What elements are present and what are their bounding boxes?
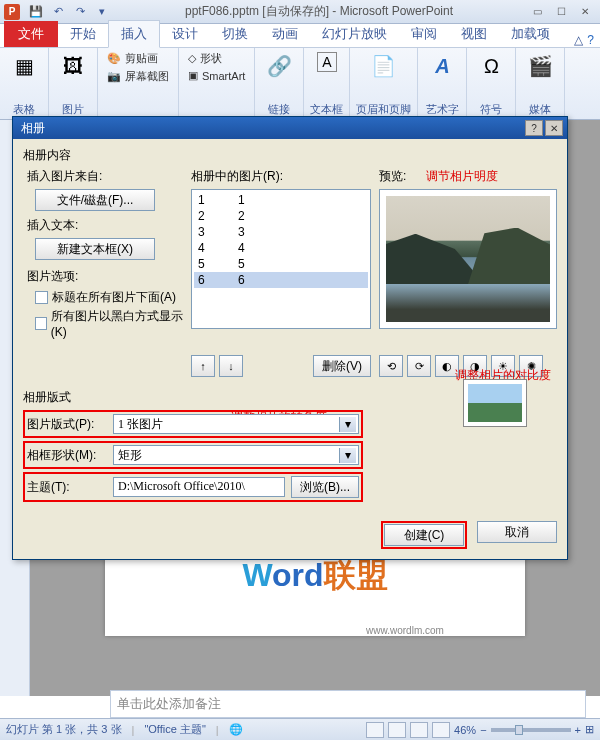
rotate-right-button[interactable]: ⟳ [407,355,431,377]
window-title: pptF086.pptm [自动保存的] - Microsoft PowerPo… [112,3,526,20]
table-icon: ▦ [10,52,38,80]
textbox-button[interactable]: A [313,50,341,74]
group-media-label: 媒体 [529,102,551,117]
screenshot-button[interactable]: 📷屏幕截图 [104,68,172,85]
slideshow-view-button[interactable] [432,722,450,738]
smartart-icon: ▣ [188,69,198,82]
maximize-button[interactable]: ☐ [550,4,572,20]
zoom-slider[interactable] [491,728,571,732]
move-up-button[interactable]: ↑ [191,355,215,377]
preview-box [379,189,557,329]
pic-layout-combo[interactable]: 1 张图片 [113,414,359,434]
media-button[interactable]: 🎬 [522,50,558,82]
tab-transitions[interactable]: 切换 [210,21,260,47]
omega-icon: Ω [477,52,505,80]
list-item[interactable]: 66 [194,272,368,288]
pics-in-album-label: 相册中的图片(R): [191,168,371,185]
move-down-button[interactable]: ↓ [219,355,243,377]
list-item[interactable]: 55 [194,256,368,272]
dialog-footer: 创建(C) 取消 [13,513,567,559]
browse-button[interactable]: 浏览(B)... [291,476,359,498]
link-icon: 🔗 [265,52,293,80]
dialog-help-button[interactable]: ? [525,120,543,136]
rotate-left-button[interactable]: ⟲ [379,355,403,377]
links-button[interactable]: 🔗 [261,50,297,82]
checkbox-icon [35,291,48,304]
clipart-button[interactable]: 🎨剪贴画 [104,50,172,67]
layout-thumbnail [463,379,527,427]
close-button[interactable]: ✕ [574,4,596,20]
file-disk-button[interactable]: 文件/磁盘(F)... [35,189,155,211]
textbox-icon: A [317,52,337,72]
app-icon: P [4,4,20,20]
dialog-title: 相册 [17,120,523,137]
fit-button[interactable]: ⊞ [585,723,594,736]
insert-text-label: 插入文本: [27,217,183,234]
screenshot-icon: 📷 [107,70,121,83]
minimize-button[interactable]: ▭ [526,4,548,20]
tab-home[interactable]: 开始 [58,21,108,47]
normal-view-button[interactable] [366,722,384,738]
help-icon[interactable]: ? [587,33,594,47]
list-item[interactable]: 44 [194,240,368,256]
tab-insert[interactable]: 插入 [108,20,160,48]
tab-addins[interactable]: 加载项 [499,21,562,47]
picture-button[interactable]: 🖼 [55,50,91,82]
smartart-label: SmartArt [202,70,245,82]
tab-slideshow[interactable]: 幻灯片放映 [310,21,399,47]
delete-button[interactable]: 删除(V) [313,355,371,377]
checkbox-icon [35,317,47,330]
table-button[interactable]: ▦ [6,50,42,82]
group-textbox-label: 文本框 [310,102,343,117]
save-icon[interactable]: 💾 [26,3,46,21]
dialog-titlebar: 相册 ? ✕ [13,117,567,139]
list-item[interactable]: 33 [194,224,368,240]
zoom-out-button[interactable]: − [480,724,486,736]
zoom-in-button[interactable]: + [575,724,581,736]
qat-dropdown-icon[interactable]: ▾ [92,3,112,21]
content-section-label: 相册内容 [23,147,557,164]
sorter-view-button[interactable] [388,722,406,738]
preview-image [386,196,550,322]
picture-listbox[interactable]: 11 22 33 44 55 66 [191,189,371,329]
list-item[interactable]: 11 [194,192,368,208]
pic-layout-highlight: 图片版式(P): 1 张图片 [23,410,363,438]
frame-shape-combo[interactable]: 矩形 [113,445,359,465]
undo-icon[interactable]: ↶ [48,3,68,21]
shapes-icon: ◇ [188,52,196,65]
cancel-button[interactable]: 取消 [477,521,557,543]
create-button[interactable]: 创建(C) [384,524,464,546]
screenshot-label: 屏幕截图 [125,69,169,84]
bw-checkbox[interactable]: 所有图片以黑白方式显示(K) [35,308,183,339]
dialog-close-button[interactable]: ✕ [545,120,563,136]
ribbon-minimize-icon[interactable]: △ [574,33,583,47]
notes-pane[interactable]: 单击此处添加备注 [110,690,586,718]
window-controls: ▭ ☐ ✕ [526,4,596,20]
headerfooter-icon: 📄 [370,52,398,80]
album-dialog: 相册 ? ✕ 相册内容 插入图片来自: 文件/磁盘(F)... 插入文本: 新建… [12,116,568,560]
group-links-label: 链接 [268,102,290,117]
create-highlight: 创建(C) [381,521,467,549]
tab-view[interactable]: 视图 [449,21,499,47]
wordart-button[interactable]: A [424,50,460,82]
pic-options-label: 图片选项: [27,268,183,285]
tab-animations[interactable]: 动画 [260,21,310,47]
theme-textbox[interactable]: D:\Microsoft Office\2010\ [113,477,285,497]
clipart-label: 剪贴画 [125,51,158,66]
new-textbox-button[interactable]: 新建文本框(X) [35,238,155,260]
dialog-body: 相册内容 插入图片来自: 文件/磁盘(F)... 插入文本: 新建文本框(X) … [13,139,567,513]
file-tab[interactable]: 文件 [4,21,58,47]
shapes-button[interactable]: ◇形状 [185,50,248,67]
redo-icon[interactable]: ↷ [70,3,90,21]
symbols-button[interactable]: Ω [473,50,509,82]
reading-view-button[interactable] [410,722,428,738]
preview-label: 预览: [379,168,406,185]
smartart-button[interactable]: ▣SmartArt [185,68,248,83]
picture-icon: 🖼 [59,52,87,80]
tab-review[interactable]: 审阅 [399,21,449,47]
list-item[interactable]: 22 [194,208,368,224]
headerfooter-button[interactable]: 📄 [366,50,402,82]
group-headerfooter-label: 页眉和页脚 [356,102,411,117]
tab-design[interactable]: 设计 [160,21,210,47]
caption-checkbox[interactable]: 标题在所有图片下面(A) [35,289,183,306]
